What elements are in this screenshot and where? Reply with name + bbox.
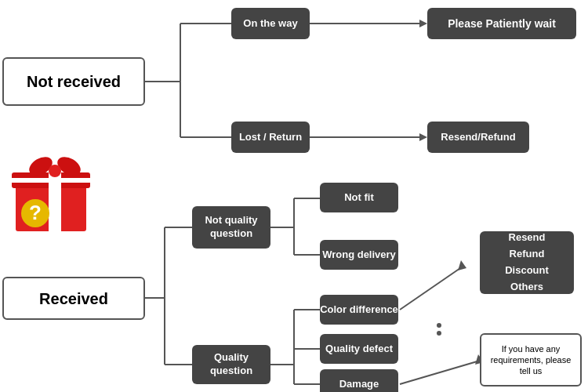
svg-point-25 bbox=[437, 323, 441, 328]
resend-options-node: Resend Refund Discount Others bbox=[480, 231, 574, 294]
svg-line-21 bbox=[400, 267, 463, 310]
lost-return-node: Lost / Return bbox=[231, 122, 310, 153]
quality-question-node: Quality question bbox=[192, 345, 270, 384]
damage-node: Damage bbox=[320, 369, 398, 392]
svg-point-33 bbox=[49, 165, 61, 177]
color-diff-node: Color difference bbox=[320, 295, 398, 325]
svg-marker-7 bbox=[419, 133, 427, 141]
not-fit-node: Not fit bbox=[320, 183, 398, 212]
wrong-delivery-node: Wrong delivery bbox=[320, 240, 398, 270]
gift-illustration: ? bbox=[8, 149, 102, 235]
svg-rect-30 bbox=[12, 178, 90, 183]
svg-marker-4 bbox=[419, 20, 427, 27]
svg-line-23 bbox=[400, 361, 480, 384]
not-received-node: Not received bbox=[2, 57, 145, 106]
received-node: Received bbox=[2, 277, 145, 320]
svg-point-26 bbox=[437, 331, 441, 336]
quality-defect-node: Quality defect bbox=[320, 334, 398, 364]
diagram: Not received On the way Please Patiently… bbox=[0, 0, 588, 392]
resend-refund-top-node: Resend/Refund bbox=[427, 122, 529, 153]
please-wait-node: Please Patiently wait bbox=[427, 8, 576, 39]
on-the-way-node: On the way bbox=[231, 8, 310, 39]
svg-text:?: ? bbox=[29, 201, 42, 224]
svg-marker-22 bbox=[458, 260, 466, 270]
not-quality-node: Not quality question bbox=[192, 206, 270, 249]
requirements-node: If you have any requirements, please tel… bbox=[480, 333, 582, 387]
